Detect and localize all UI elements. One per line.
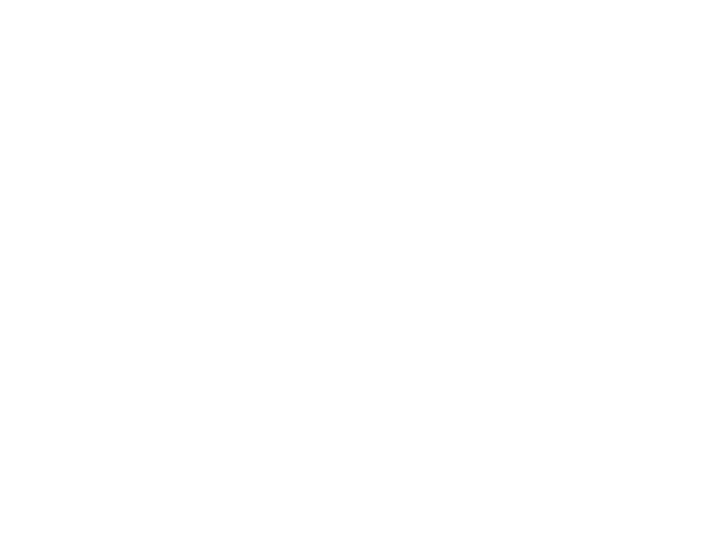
slide-title	[70, 20, 650, 67]
